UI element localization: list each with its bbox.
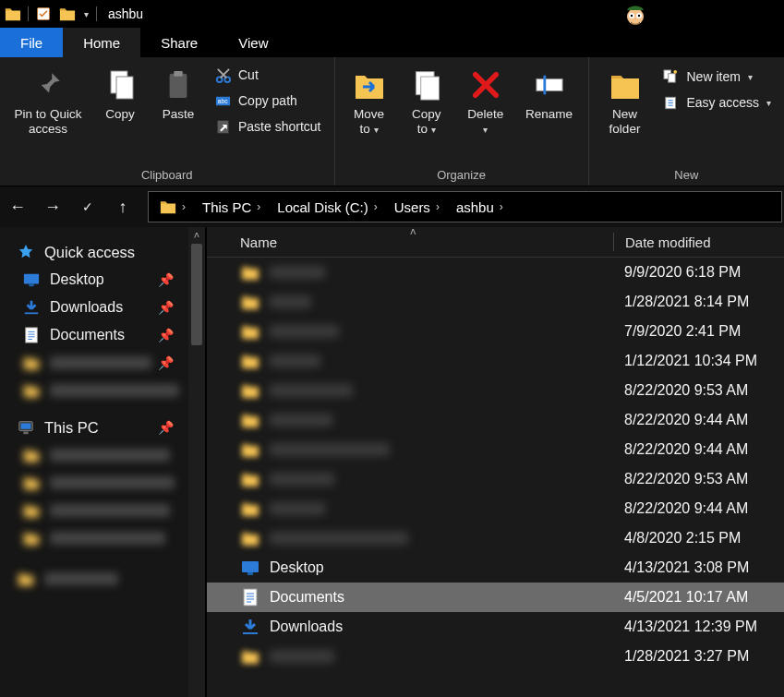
sidebar-item-blurred[interactable]: x: [0, 565, 188, 593]
paste-shortcut-button[interactable]: Paste shortcut: [209, 116, 327, 137]
pin-icon: 📌: [158, 328, 174, 342]
copy-to-button[interactable]: Copy to ▾: [400, 63, 453, 136]
copy-path-icon: [214, 92, 231, 109]
easy-access-button[interactable]: Easy access ▾: [657, 92, 778, 113]
qat-dropdown-icon[interactable]: ▾: [82, 9, 90, 19]
sidebar-item-blurred[interactable]: x: [0, 497, 188, 524]
new-item-button[interactable]: New item ▾: [657, 66, 778, 87]
file-row[interactable]: Desktop4/13/2021 3:08 PM: [207, 553, 784, 583]
paste-button[interactable]: Paste: [151, 63, 205, 122]
file-row[interactable]: Documents4/5/2021 10:17 AM: [207, 583, 784, 612]
svg-point-28: [638, 15, 640, 17]
file-name: [270, 325, 339, 338]
pin-quick-access-button[interactable]: Pin to Quick access: [7, 63, 89, 136]
copy-icon: [102, 66, 139, 103]
tab-share[interactable]: Share: [140, 28, 218, 57]
file-row[interactable]: 8/22/2020 9:44 AM: [207, 405, 784, 435]
sidebar-scrollbar[interactable]: ʌ: [188, 227, 205, 697]
tab-view[interactable]: View: [218, 28, 288, 57]
recent-locations-button[interactable]: ✓: [72, 191, 103, 222]
sidebar-downloads[interactable]: Downloads 📌: [0, 294, 188, 321]
delete-button[interactable]: Delete▾: [457, 63, 514, 136]
file-row[interactable]: 4/8/2020 2:15 PM: [207, 523, 784, 553]
folder-icon: [240, 380, 260, 401]
file-row[interactable]: 9/9/2020 6:18 PM: [207, 258, 784, 287]
copy-path-button[interactable]: Copy path: [209, 90, 327, 111]
sidebar-item-blurred[interactable]: x: [0, 469, 188, 497]
tab-home[interactable]: Home: [63, 28, 140, 57]
address-folder-icon[interactable]: ›: [152, 192, 193, 222]
file-row[interactable]: 1/28/2021 3:27 PM: [207, 642, 784, 671]
desktop-icon: [240, 558, 260, 578]
cut-icon: [214, 66, 231, 83]
new-folder-label: New folder: [609, 107, 641, 136]
column-headers: ʌ Name Date modified: [207, 227, 784, 258]
title-bar: ▾ ashbu: [0, 0, 784, 28]
easy-access-label: Easy access: [687, 95, 760, 110]
qat-properties-icon[interactable]: [34, 5, 53, 23]
file-date: 1/12/2021 10:34 PM: [613, 353, 757, 369]
sidebar-documents[interactable]: Documents 📌: [0, 321, 188, 349]
sidebar-quick-access-label: Quick access: [44, 244, 135, 261]
file-name: [270, 532, 408, 545]
sidebar-this-pc-label: This PC: [44, 419, 99, 437]
copy-button[interactable]: Copy: [92, 63, 148, 122]
file-row[interactable]: Downloads4/13/2021 12:39 PM: [207, 612, 784, 642]
cut-label: Cut: [238, 67, 259, 82]
folder-icon: [240, 410, 260, 430]
sort-indicator-icon: ʌ: [410, 225, 416, 237]
breadcrumb-ashbu[interactable]: ashbu›: [449, 192, 511, 222]
breadcrumb-this-pc[interactable]: This PC›: [195, 192, 268, 222]
ribbon-tabs: File Home Share View: [0, 28, 784, 57]
breadcrumb-local-disk[interactable]: Local Disk (C:)›: [270, 192, 384, 222]
sidebar-item-blurred[interactable]: xxxxxxxx📌: [0, 349, 188, 377]
organize-caption: Organize: [335, 163, 588, 186]
file-row[interactable]: 8/22/2020 9:53 AM: [207, 376, 784, 405]
folder-icon: [240, 439, 260, 460]
sidebar-item-blurred[interactable]: x: [0, 524, 188, 552]
address-bar[interactable]: › This PC› Local Disk (C:)› Users› ashbu…: [148, 191, 782, 222]
sidebar-item-blurred[interactable]: x: [0, 441, 188, 469]
file-row[interactable]: 8/22/2020 9:44 AM: [207, 494, 784, 523]
move-to-button[interactable]: Move to ▾: [343, 63, 396, 136]
column-date-modified[interactable]: Date modified: [614, 234, 722, 250]
forward-button[interactable]: →: [37, 191, 68, 222]
rename-button[interactable]: Rename: [518, 63, 581, 122]
folder-icon: [240, 528, 260, 548]
move-to-icon: [351, 66, 388, 103]
pin-icon: 📌: [158, 272, 174, 287]
pin-icon: [30, 66, 66, 103]
file-row[interactable]: 7/9/2020 2:41 PM: [207, 317, 784, 346]
file-row[interactable]: 8/22/2020 9:53 AM: [207, 464, 784, 494]
sidebar-this-pc[interactable]: This PC 📌: [0, 414, 188, 441]
sidebar-quick-access[interactable]: Quick access: [0, 238, 188, 266]
paste-shortcut-icon: [214, 118, 231, 135]
folder-icon: [240, 292, 260, 312]
sidebar-desktop[interactable]: Desktop 📌: [0, 266, 188, 294]
file-name: [270, 384, 353, 397]
sidebar-downloads-label: Downloads: [50, 299, 123, 316]
qat-open-folder-icon[interactable]: [58, 5, 77, 23]
sidebar-item-blurred[interactable]: xxxxxxxx: [0, 377, 188, 404]
file-date: 4/5/2021 10:17 AM: [613, 589, 748, 606]
file-date: 7/9/2020 2:41 PM: [613, 323, 741, 340]
folder-icon: [240, 262, 260, 282]
file-date: 8/22/2020 9:53 AM: [613, 382, 748, 399]
scroll-thumb[interactable]: [191, 244, 202, 345]
file-row[interactable]: 8/22/2020 9:44 AM: [207, 435, 784, 464]
clipboard-caption: Clipboard: [0, 163, 334, 186]
file-row[interactable]: 1/28/2021 8:14 PM: [207, 287, 784, 317]
file-row[interactable]: 1/12/2021 10:34 PM: [207, 346, 784, 376]
new-folder-button[interactable]: New folder: [597, 63, 654, 136]
folder-icon: [240, 469, 260, 489]
up-button[interactable]: ↑: [107, 191, 139, 222]
nav-bar: ← → ✓ ↑ › This PC› Local Disk (C:)› User…: [0, 186, 784, 227]
cut-button[interactable]: Cut: [209, 65, 327, 85]
file-name: [270, 473, 334, 486]
tab-file[interactable]: File: [0, 28, 63, 57]
window-title: ashbu: [103, 6, 143, 21]
back-button[interactable]: ←: [2, 191, 33, 222]
scroll-up-icon[interactable]: ʌ: [188, 229, 205, 239]
qat-folder-icon[interactable]: [4, 5, 22, 23]
breadcrumb-users[interactable]: Users›: [387, 192, 447, 222]
